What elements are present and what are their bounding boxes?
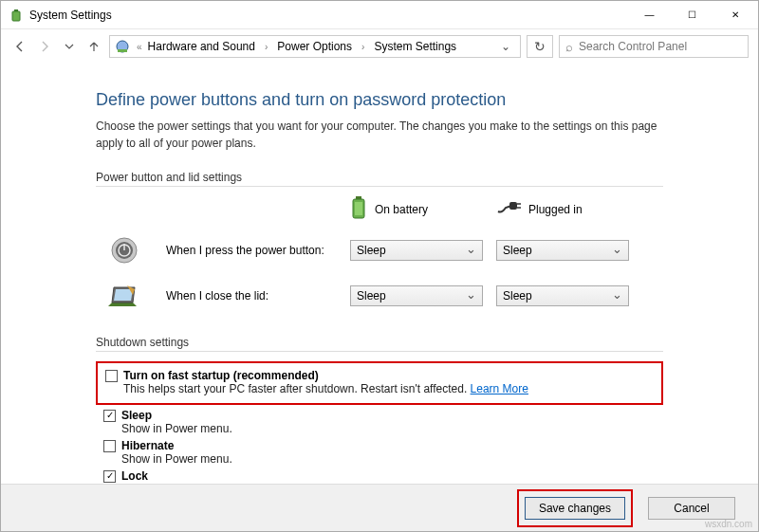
watermark: wsxdn.com (705, 519, 752, 529)
hibernate-desc: Show in Power menu. (121, 452, 663, 466)
svg-rect-3 (118, 49, 127, 52)
address-dropdown-button[interactable]: ⌄ (495, 40, 516, 53)
recent-locations-button[interactable] (60, 37, 79, 56)
up-button[interactable] (84, 37, 103, 56)
plug-icon (496, 200, 521, 218)
minimize-button[interactable]: — (628, 1, 671, 28)
column-on-battery: On battery (350, 196, 483, 222)
checkbox-fast-startup-label: Turn on fast startup (recommended) (123, 369, 319, 382)
svg-marker-14 (108, 303, 137, 306)
save-button[interactable]: Save changes (525, 497, 625, 520)
window-title: System Settings (29, 9, 112, 22)
back-button[interactable] (10, 37, 29, 56)
refresh-button[interactable]: ↻ (527, 35, 553, 58)
svg-rect-1 (12, 11, 20, 21)
checkbox-sleep-label: Sleep (121, 409, 152, 422)
checkbox-hibernate[interactable] (103, 440, 116, 452)
breadcrumb-item[interactable]: System Settings (374, 40, 456, 53)
fast-startup-desc: This helps start your PC faster after sh… (123, 382, 654, 395)
cancel-button[interactable]: Cancel (648, 497, 735, 520)
sleep-desc: Show in Power menu. (121, 422, 663, 435)
checkbox-sleep[interactable]: ✓ (103, 410, 116, 422)
checkbox-lock-label: Lock (121, 469, 148, 483)
power-button-icon (107, 233, 141, 267)
checkbox-lock[interactable]: ✓ (103, 470, 116, 483)
group-shutdown: Shutdown settings (96, 334, 663, 352)
footer-buttons: Save changes Cancel (1, 484, 758, 531)
row-power-button-label: When I press the power button: (166, 244, 337, 257)
lid-icon (107, 279, 141, 313)
search-input[interactable]: ⌕ Search Control Panel (559, 35, 749, 58)
select-lid-plugged[interactable]: Sleep (496, 285, 629, 306)
checkbox-fast-startup[interactable] (105, 370, 118, 382)
breadcrumb-item[interactable]: Hardware and Sound (148, 40, 255, 53)
search-icon: ⌕ (565, 40, 573, 54)
column-plugged-in: Plugged in (496, 200, 629, 218)
learn-more-link[interactable]: Learn More (471, 382, 528, 395)
close-button[interactable]: ✕ (713, 1, 756, 28)
select-power-button-plugged[interactable]: Sleep (496, 240, 629, 261)
chevron-right-icon[interactable]: › (358, 42, 368, 52)
main-content: Define power buttons and turn on passwor… (1, 64, 758, 496)
page-heading: Define power buttons and turn on passwor… (96, 90, 663, 110)
control-panel-icon (114, 38, 131, 55)
select-lid-battery[interactable]: Sleep (350, 285, 483, 306)
breadcrumb-root-chevron[interactable]: « (137, 42, 142, 52)
fast-startup-highlight: Turn on fast startup (recommended) This … (96, 361, 663, 405)
shutdown-settings: Turn on fast startup (recommended) This … (96, 361, 663, 496)
svg-marker-16 (114, 289, 133, 301)
search-placeholder: Search Control Panel (579, 40, 687, 53)
chevron-right-icon[interactable]: › (261, 42, 271, 52)
svg-rect-7 (509, 202, 517, 210)
forward-button[interactable] (35, 37, 54, 56)
titlebar: System Settings — ☐ ✕ (1, 1, 758, 29)
nav-row: « Hardware and Sound › Power Options › S… (1, 29, 758, 64)
row-lid-label: When I close the lid: (166, 289, 337, 303)
svg-rect-6 (355, 202, 362, 215)
select-power-button-battery[interactable]: Sleep (350, 240, 483, 261)
address-bar[interactable]: « Hardware and Sound › Power Options › S… (109, 35, 521, 58)
checkbox-hibernate-label: Hibernate (121, 439, 174, 452)
battery-icon (9, 8, 24, 23)
maximize-button[interactable]: ☐ (671, 1, 713, 28)
battery-icon (350, 196, 367, 222)
page-description: Choose the power settings that you want … (96, 118, 663, 152)
breadcrumb-item[interactable]: Power Options (277, 40, 352, 53)
save-highlight: Save changes (517, 489, 633, 527)
group-power-lid: Power button and lid settings (96, 169, 663, 187)
power-lid-grid: On battery Plugged in When I press the p… (96, 196, 663, 313)
